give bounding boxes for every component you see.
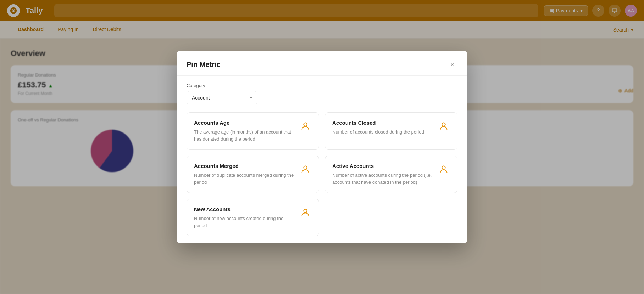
category-label: Category [187,83,457,88]
svg-point-2 [442,123,445,126]
metric-name-active-accounts: Active Accounts [332,163,433,169]
metric-name-accounts-age: Accounts Age [194,120,295,126]
modal-header: Pin Metric × [177,51,467,76]
metric-card-text: Accounts Closed Number of accounts close… [332,120,433,136]
metric-desc-accounts-closed: Number of accounts closed during the per… [332,129,433,136]
metric-desc-accounts-age: The average age (in months) of an accoun… [194,129,295,142]
metric-card-text: New Accounts Number of new accounts crea… [194,206,295,229]
svg-point-3 [304,166,307,169]
metrics-grid: Accounts Age The average age (in months)… [187,112,457,236]
category-select[interactable]: Account ▾ [187,91,257,104]
metric-card-accounts-age[interactable]: Accounts Age The average age (in months)… [187,112,319,150]
metric-name-accounts-merged: Accounts Merged [194,163,295,169]
person-icon-accounts-closed [437,120,450,132]
svg-point-5 [304,209,307,213]
metric-name-accounts-closed: Accounts Closed [332,120,433,126]
metric-desc-new-accounts: Number of new accounts created during th… [194,215,295,229]
modal-overlay[interactable]: Pin Metric × Category Account ▾ Accounts… [0,0,644,294]
metric-card-new-accounts[interactable]: New Accounts Number of new accounts crea… [187,199,319,236]
metric-card-active-accounts[interactable]: Active Accounts Number of active account… [325,156,457,193]
person-icon-accounts-age [299,120,312,132]
metric-card-text: Active Accounts Number of active account… [332,163,433,186]
person-icon-new-accounts [299,206,312,219]
metric-card-accounts-merged[interactable]: Accounts Merged Number of duplicate acco… [187,156,319,193]
metric-desc-accounts-merged: Number of duplicate accounts merged duri… [194,172,295,186]
svg-point-4 [442,166,445,169]
modal-close-button[interactable]: × [447,59,457,70]
modal-body: Category Account ▾ Accounts Age The aver… [177,76,467,243]
category-value: Account [192,95,210,101]
metric-card-text: Accounts Age The average age (in months)… [194,120,295,142]
pin-metric-modal: Pin Metric × Category Account ▾ Accounts… [177,51,467,243]
metric-card-text: Accounts Merged Number of duplicate acco… [194,163,295,186]
chevron-down-icon: ▾ [250,95,252,100]
person-icon-active-accounts [437,163,450,176]
metric-card-accounts-closed[interactable]: Accounts Closed Number of accounts close… [325,112,457,150]
person-icon-accounts-merged [299,163,312,176]
svg-point-1 [304,123,307,126]
metric-desc-active-accounts: Number of active accounts during the per… [332,172,433,186]
metric-card-empty [325,199,457,236]
modal-title: Pin Metric [187,61,221,69]
metric-name-new-accounts: New Accounts [194,206,295,212]
